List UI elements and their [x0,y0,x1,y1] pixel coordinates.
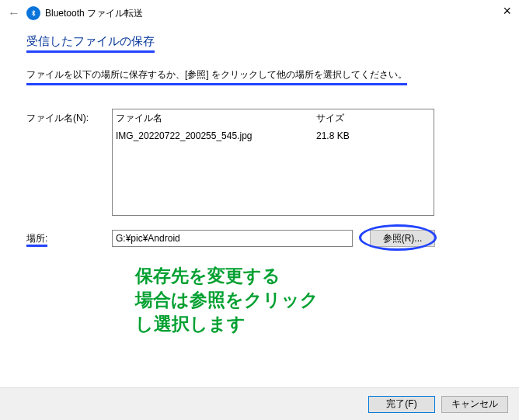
location-row: 場所: 参照(R)... [26,230,493,247]
window-title: Bluetooth ファイル転送 [45,7,143,20]
annotation-line-1: 保存先を変更する [135,264,493,288]
browse-button[interactable]: 参照(R)... [370,230,435,247]
location-input[interactable] [112,230,353,247]
location-label-wrap: 場所: [26,232,112,245]
button-bar: 完了(F) キャンセル [0,387,519,420]
cancel-button[interactable]: キャンセル [441,396,508,413]
content-area: 受信したファイルの保存 ファイルを以下の場所に保存するか、[参照] をクリックし… [0,25,519,336]
file-item-size: 21.8 KB [316,130,430,141]
file-name-label: ファイル名(N): [26,109,112,125]
annotation-line-3: し選択します [135,312,493,336]
column-header-name[interactable]: ファイル名 [116,112,316,125]
titlebar: ← Bluetooth ファイル転送 × [0,0,519,25]
location-label: 場所: [26,233,47,247]
file-list-item[interactable]: IMG_20220722_200255_545.jpg 21.8 KB [113,128,434,144]
annotation-line-2: 場合は参照をクリック [135,288,493,312]
file-list-header: ファイル名 サイズ [113,109,434,128]
back-arrow-icon: ← [8,6,20,20]
close-icon[interactable]: × [503,3,511,19]
bluetooth-icon [26,6,40,20]
column-header-size[interactable]: サイズ [316,112,430,125]
file-list-box[interactable]: ファイル名 サイズ IMG_20220722_200255_545.jpg 21… [112,109,434,216]
file-item-name: IMG_20220722_200255_545.jpg [116,130,316,141]
annotation-text: 保存先を変更する 場合は参照をクリック し選択します [135,264,493,336]
instruction-text: ファイルを以下の場所に保存するか、[参照] をクリックして他の場所を選択してくだ… [26,68,407,85]
file-list-row: ファイル名(N): ファイル名 サイズ IMG_20220722_200255_… [26,109,493,216]
finish-button[interactable]: 完了(F) [368,396,435,413]
page-heading: 受信したファイルの保存 [26,34,155,53]
browse-container: 参照(R)... [364,230,441,247]
